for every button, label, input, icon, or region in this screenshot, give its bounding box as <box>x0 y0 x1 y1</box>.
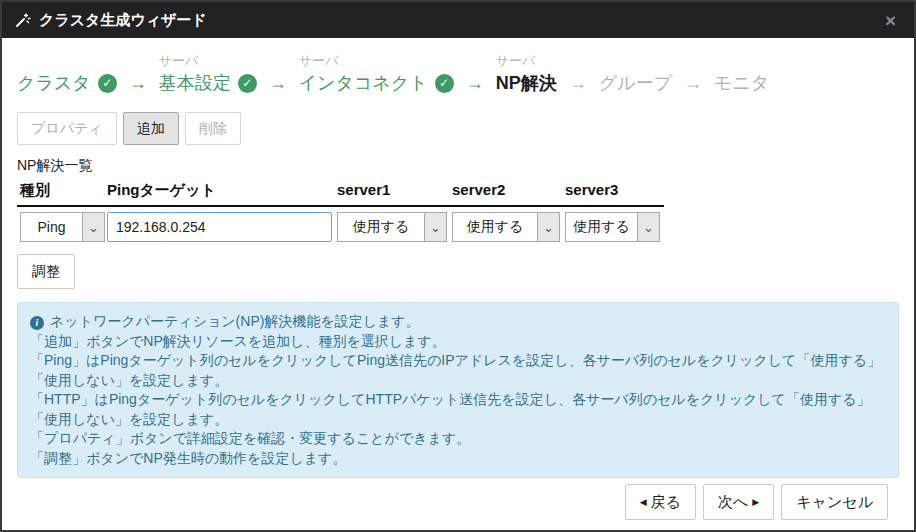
triangle-right-icon: ▶ <box>752 498 759 507</box>
chevron-down-icon: ⌄ <box>537 213 559 241</box>
info-text: ネットワークパーティション(NP)解決機能を設定します。 <box>50 313 420 329</box>
server1-select[interactable]: 使用する ⌄ <box>337 212 447 242</box>
next-button-label: 次へ <box>718 493 748 512</box>
arrow-right-icon: → <box>466 70 484 96</box>
info-line: 「使用しない」を設定します。 <box>30 371 886 391</box>
step-label: モニタ <box>714 70 769 96</box>
step-basic-settings[interactable]: サーバ 基本設定 ✓ <box>159 51 257 96</box>
step-monitor[interactable]: モニタ <box>714 51 769 96</box>
column-header-type: 種別 <box>17 181 107 200</box>
step-sublabel: サーバ <box>496 51 557 70</box>
arrow-right-icon: → <box>129 70 147 96</box>
info-line: 「プロパティ」ボタンで詳細設定を確認・変更することができます。 <box>30 429 886 449</box>
next-button[interactable]: 次へ ▶ <box>703 484 774 520</box>
properties-button[interactable]: プロパティ <box>17 112 117 145</box>
info-line: 「HTTP」はPingターゲット列のセルをクリックしてHTTPパケット送信先を設… <box>30 390 886 410</box>
info-box: iネットワークパーティション(NP)解決機能を設定します。 「追加」ボタンでNP… <box>17 302 899 478</box>
np-resolution-table: 種別 Pingターゲット server1 server2 server3 Pin… <box>17 181 664 242</box>
server2-select[interactable]: 使用する ⌄ <box>452 212 560 242</box>
chevron-down-icon: ⌄ <box>637 213 659 241</box>
cancel-button[interactable]: キャンセル <box>781 484 888 520</box>
column-header-ping-target: Pingターゲット <box>107 181 337 200</box>
step-sublabel: サーバ <box>159 51 257 70</box>
wizard-steps: クラスタ ✓ → サーバ 基本設定 ✓ → サーバ <box>17 51 899 96</box>
cancel-button-label: キャンセル <box>796 493 873 512</box>
info-line: 「使用しない」を設定します。 <box>30 410 886 430</box>
table-row: Ping ⌄ 使用する ⌄ 使用する ⌄ <box>17 212 664 242</box>
ping-target-input[interactable] <box>107 212 332 242</box>
back-button-label: 戻る <box>651 493 681 512</box>
step-separator: → <box>257 51 299 96</box>
column-header-server2: server2 <box>452 181 565 200</box>
check-icon: ✓ <box>98 74 117 93</box>
info-icon: i <box>30 316 44 330</box>
server3-select[interactable]: 使用する ⌄ <box>565 212 660 242</box>
np-list-title: NP解決一覧 <box>17 157 899 175</box>
adjust-button[interactable]: 調整 <box>17 254 75 289</box>
step-label: クラスタ <box>17 70 91 96</box>
arrow-right-icon: → <box>684 70 702 96</box>
close-icon[interactable]: × <box>879 11 902 30</box>
step-sublabel <box>17 51 117 70</box>
back-button[interactable]: ◀ 戻る <box>625 484 696 520</box>
cluster-wizard-dialog: クラスタ生成ウィザード × クラスタ ✓ → サーバ 基本設定 ✓ <box>0 0 916 532</box>
footer: ◀ 戻る 次へ ▶ キャンセル <box>625 484 888 520</box>
dialog-title: クラスタ生成ウィザード <box>39 11 207 30</box>
step-separator: → <box>557 51 599 96</box>
step-separator: → <box>117 51 159 96</box>
arrow-right-icon: → <box>569 70 587 96</box>
table-header-row: 種別 Pingターゲット server1 server2 server3 <box>17 181 664 207</box>
step-sublabel <box>599 51 672 70</box>
arrow-right-icon: → <box>269 70 287 96</box>
column-header-server3: server3 <box>565 181 664 200</box>
step-label: 基本設定 <box>159 70 231 96</box>
type-select[interactable]: Ping ⌄ <box>20 212 105 242</box>
step-group[interactable]: グループ <box>599 51 672 96</box>
chevron-down-icon: ⌄ <box>82 213 104 241</box>
step-separator: → <box>672 51 714 96</box>
check-icon: ✓ <box>238 74 257 93</box>
step-sublabel: サーバ <box>299 51 454 70</box>
step-label: NP解決 <box>496 70 557 96</box>
info-line: 「Ping」はPingターゲット列のセルをクリックしてPing送信先のIPアドレ… <box>30 351 886 371</box>
step-label: インタコネクト <box>299 70 428 96</box>
chevron-down-icon: ⌄ <box>424 213 446 241</box>
step-interconnect[interactable]: サーバ インタコネクト ✓ <box>299 51 454 96</box>
titlebar: クラスタ生成ウィザード × <box>2 2 914 38</box>
server1-select-value: 使用する <box>338 213 424 241</box>
add-button[interactable]: 追加 <box>123 112 179 145</box>
step-cluster[interactable]: クラスタ ✓ <box>17 51 117 96</box>
triangle-left-icon: ◀ <box>640 498 647 507</box>
magic-wand-icon <box>14 12 31 29</box>
column-header-server1: server1 <box>337 181 452 200</box>
toolbar: プロパティ 追加 削除 <box>17 112 899 145</box>
info-line: 「調整」ボタンでNP発生時の動作を設定します。 <box>30 449 886 469</box>
step-sublabel <box>714 51 769 70</box>
check-icon: ✓ <box>435 74 454 93</box>
server2-select-value: 使用する <box>453 213 537 241</box>
step-np-resolution[interactable]: サーバ NP解決 <box>496 51 557 96</box>
info-line: iネットワークパーティション(NP)解決機能を設定します。 <box>30 312 886 332</box>
type-select-value: Ping <box>21 213 82 241</box>
step-label: グループ <box>599 70 672 96</box>
info-line: 「追加」ボタンでNP解決リソースを追加し、種別を選択します。 <box>30 332 886 352</box>
server3-select-value: 使用する <box>566 213 637 241</box>
delete-button[interactable]: 削除 <box>185 112 241 145</box>
step-separator: → <box>454 51 496 96</box>
